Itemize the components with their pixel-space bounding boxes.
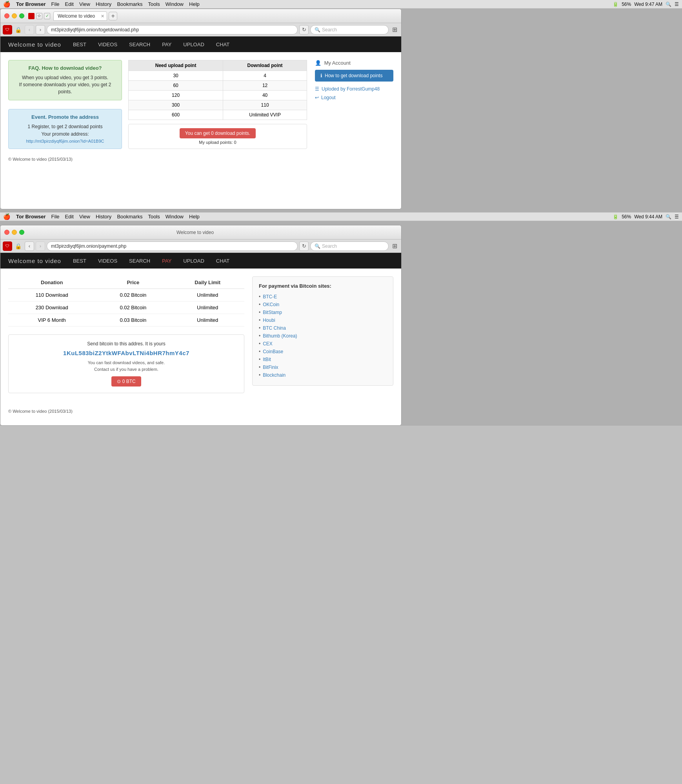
menu-help[interactable]: Help — [189, 1, 200, 7]
list-icon-menubar-2[interactable]: ☰ — [675, 214, 679, 220]
download-cell: 4 — [223, 71, 307, 81]
close-button-2[interactable] — [4, 230, 9, 235]
search-icon-menubar-2[interactable]: 🔍 — [666, 214, 671, 220]
bitcoin-site-link[interactable]: CEX — [263, 341, 273, 347]
btc-subtext: You can fast download videos, and safe. … — [15, 359, 238, 372]
forward-button-2[interactable]: › — [36, 241, 45, 251]
maximize-button[interactable] — [19, 13, 24, 18]
btc-address[interactable]: 1KuL583biZ2YtkWFAbvLTNi4bHR7hmY4c7 — [15, 350, 238, 356]
lock-icon: 🔒 — [14, 25, 22, 34]
menu-tools[interactable]: Tools — [148, 1, 160, 7]
active-tab-1[interactable]: Welcome to video ✕ — [53, 11, 107, 21]
search-icon-menubar[interactable]: 🔍 — [666, 2, 671, 7]
event-link[interactable]: http://mt3pirzdiyqf6jim.onion?id=A01B9C — [26, 139, 104, 143]
list-item: Blockchain — [259, 371, 387, 379]
pay-col-price: Price — [95, 276, 171, 289]
menu-file[interactable]: File — [51, 1, 60, 7]
get-download-points-btn[interactable]: You can get 0 download points. — [180, 128, 256, 138]
bitcoin-site-link[interactable]: BTC China — [263, 325, 286, 331]
pay-col-limit: Daily Limit — [171, 276, 244, 289]
menu2-view[interactable]: View — [79, 214, 90, 220]
menu-window[interactable]: Window — [165, 1, 184, 7]
bookmark-icon[interactable]: ☆ — [36, 13, 42, 19]
menu2-help[interactable]: Help — [189, 214, 200, 220]
search-bar-2[interactable]: 🔍 Search — [310, 241, 389, 251]
uploaded-by-link[interactable]: ☰ Uploded by ForrestGump48 — [315, 85, 393, 93]
forward-button[interactable]: › — [36, 25, 45, 34]
bitcoin-site-link[interactable]: BitStamp — [263, 310, 282, 315]
nav-pay-2[interactable]: PAY — [162, 258, 171, 264]
nav-upload-2[interactable]: UPLOAD — [183, 258, 204, 264]
apple-logo[interactable]: 🍎 — [3, 1, 11, 8]
bitcoin-site-link[interactable]: BitFinix — [263, 365, 278, 370]
menu-bookmarks[interactable]: Bookmarks — [117, 1, 142, 7]
points-table: Need upload point Download point 3046012… — [128, 60, 307, 120]
menu2-window[interactable]: Window — [165, 214, 184, 220]
extensions-icon[interactable]: ⊞ — [390, 25, 399, 34]
btc-button[interactable]: ⊙ 0 BTC — [111, 376, 141, 387]
list-item: BitFinix — [259, 363, 387, 371]
nav-search-1[interactable]: SEARCH — [129, 42, 150, 47]
bitcoin-site-link[interactable]: Bithumb (Korea) — [263, 333, 297, 339]
logout-link[interactable]: ↩ Logout — [315, 93, 393, 102]
nav-search-2[interactable]: SEARCH — [129, 258, 150, 264]
bitcoin-site-link[interactable]: CoinBase — [263, 349, 283, 354]
site-logo-2: Welcome to video — [8, 258, 61, 264]
extensions-icon-2[interactable]: ⊞ — [390, 242, 399, 250]
pay-sidebar-title: For payment via Bitcoin sites: — [259, 283, 387, 289]
account-link[interactable]: 👤 My Account — [315, 60, 393, 66]
nav-chat-2[interactable]: CHAT — [216, 258, 229, 264]
download-cell: 110 — [223, 100, 307, 110]
url-bar-1[interactable]: mt3pirzdiyqf6jim.onion/togetdownload.php — [47, 25, 298, 34]
reload-button-2[interactable]: ↻ — [299, 241, 309, 251]
nav-pay-1[interactable]: PAY — [162, 42, 171, 47]
bitcoin-site-link[interactable]: BTC-E — [263, 294, 277, 299]
reload-button[interactable]: ↻ — [299, 25, 309, 34]
download-cell: Unlimited VVIP — [223, 110, 307, 120]
faq-line1: When you upload video, you get 3 points. — [13, 74, 117, 81]
bitcoin-site-link[interactable]: OKCoin — [263, 302, 279, 307]
bitcoin-site-link[interactable]: Blockchain — [263, 372, 286, 378]
menu2-bookmarks[interactable]: Bookmarks — [117, 214, 142, 220]
how-to-download-btn[interactable]: ℹ How to get download points — [315, 70, 393, 82]
bitcoin-site-link[interactable]: Houbi — [263, 318, 275, 323]
bitcoin-site-link[interactable]: ItBit — [263, 357, 271, 362]
search-bar-1[interactable]: 🔍 Search — [310, 25, 389, 34]
menu2-history[interactable]: History — [96, 214, 111, 220]
col-download-header: Download point — [223, 60, 307, 71]
list-icon-menubar[interactable]: ☰ — [675, 2, 679, 7]
menu-edit[interactable]: Edit — [65, 1, 74, 7]
nav-best-2[interactable]: BEST — [73, 258, 86, 264]
pay-right: For payment via Bitcoin sites: BTC-EOKCo… — [252, 276, 393, 401]
menu2-tools[interactable]: Tools — [148, 214, 160, 220]
minimize-button[interactable] — [12, 13, 17, 18]
nav-videos-2[interactable]: VIDEOS — [98, 258, 117, 264]
menu-tor-browser[interactable]: Tor Browser — [16, 1, 46, 7]
right-col-1: Need upload point Download point 3046012… — [128, 60, 307, 149]
checkmark-icon[interactable]: ✓ — [44, 13, 50, 19]
apple-logo-2[interactable]: 🍎 — [3, 213, 11, 220]
back-button-2[interactable]: ‹ — [25, 241, 34, 251]
tab-close-1[interactable]: ✕ — [101, 13, 104, 18]
top-menubar-2: 🍎 Tor Browser File Edit View History Boo… — [0, 212, 682, 221]
table-row: 304 — [129, 71, 307, 81]
url-bar-2[interactable]: mt3pirzdiyqf6jim.onion/payment.php — [47, 241, 298, 251]
menu-view[interactable]: View — [79, 1, 90, 7]
nav-best-1[interactable]: BEST — [73, 42, 86, 47]
menu2-edit[interactable]: Edit — [65, 214, 74, 220]
titlebar-1: ☆ ✓ Welcome to video ✕ + — [0, 9, 401, 23]
menu2-tor-browser[interactable]: Tor Browser — [16, 214, 46, 220]
new-tab-button-1[interactable]: + — [109, 12, 117, 20]
nav-upload-1[interactable]: UPLOAD — [183, 42, 204, 47]
main-layout-1: FAQ. How to download video? When you upl… — [8, 60, 393, 149]
nav-videos-1[interactable]: VIDEOS — [98, 42, 117, 47]
back-button[interactable]: ‹ — [25, 25, 34, 34]
nav-chat-1[interactable]: CHAT — [216, 42, 229, 47]
menu2-file[interactable]: File — [51, 214, 60, 220]
minimize-button-2[interactable] — [12, 230, 17, 235]
list-item: Houbi — [259, 316, 387, 324]
close-button[interactable] — [4, 13, 9, 18]
table-row: 12040 — [129, 91, 307, 100]
maximize-button-2[interactable] — [19, 230, 24, 235]
menu-history[interactable]: History — [96, 1, 111, 7]
